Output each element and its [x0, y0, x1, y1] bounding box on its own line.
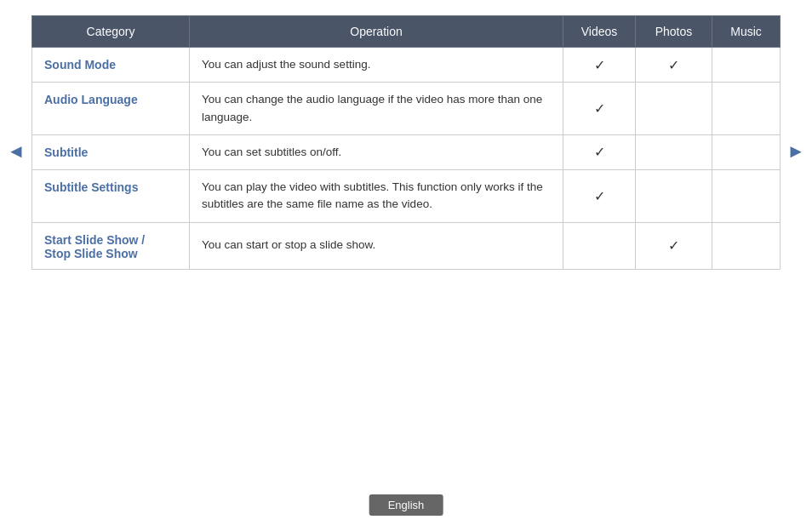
cell-videos-1: ✓: [563, 83, 636, 135]
cell-photos-0: ✓: [636, 48, 712, 83]
checkmark-videos-2: ✓: [594, 145, 605, 159]
nav-arrow-right[interactable]: ►: [786, 140, 805, 163]
cell-videos-0: ✓: [563, 48, 636, 83]
header-operation: Operation: [190, 16, 563, 48]
cell-category-4: Start Slide Show /Stop Slide Show: [32, 222, 190, 269]
cell-music-2: [712, 134, 781, 169]
table-row: SubtitleYou can set subtitles on/off.✓: [32, 134, 781, 169]
header-music: Music: [712, 16, 781, 48]
checkmark-videos-1: ✓: [594, 101, 605, 116]
table-row: Start Slide Show /Stop Slide ShowYou can…: [32, 222, 781, 269]
cell-photos-2: [636, 134, 712, 169]
checkmark-photos-0: ✓: [668, 58, 679, 72]
table-row: Subtitle SettingsYou can play the video …: [32, 170, 781, 223]
table-header-row: Category Operation Videos Photos Music: [32, 16, 781, 48]
cell-music-3: [712, 170, 781, 223]
cell-operation-2: You can set subtitles on/off.: [190, 134, 563, 169]
header-category: Category: [32, 16, 190, 48]
cell-photos-1: [636, 83, 712, 135]
cell-music-4: [712, 222, 781, 269]
cell-videos-3: ✓: [563, 170, 636, 223]
table-body: Sound ModeYou can adjust the sound setti…: [32, 48, 781, 270]
cell-music-1: [712, 83, 781, 135]
page-wrapper: ◄ ► Category Operation Videos Photos Mus…: [0, 0, 812, 531]
feature-table: Category Operation Videos Photos Music S…: [31, 15, 781, 270]
footer-language: English: [369, 494, 443, 516]
checkmark-photos-4: ✓: [668, 238, 679, 253]
cell-operation-0: You can adjust the sound setting.: [190, 48, 563, 83]
header-videos: Videos: [563, 16, 636, 48]
cell-photos-3: [636, 170, 712, 223]
cell-category-2: Subtitle: [32, 134, 190, 169]
cell-videos-2: ✓: [563, 134, 636, 169]
cell-music-0: [712, 48, 781, 83]
cell-category-1: Audio Language: [32, 83, 190, 135]
checkmark-videos-0: ✓: [594, 58, 605, 72]
cell-videos-4: [563, 222, 636, 269]
table-row: Audio LanguageYou can change the audio l…: [32, 83, 781, 135]
header-photos: Photos: [636, 16, 712, 48]
cell-operation-4: You can start or stop a slide show.: [190, 222, 563, 269]
checkmark-videos-3: ✓: [594, 189, 605, 203]
table-container: Category Operation Videos Photos Music S…: [31, 15, 781, 270]
cell-operation-1: You can change the audio language if the…: [190, 83, 563, 135]
cell-photos-4: ✓: [636, 222, 712, 269]
cell-category-3: Subtitle Settings: [32, 170, 190, 223]
table-row: Sound ModeYou can adjust the sound setti…: [32, 48, 781, 83]
cell-category-0: Sound Mode: [32, 48, 190, 83]
nav-arrow-left[interactable]: ◄: [7, 140, 26, 163]
cell-operation-3: You can play the video with subtitles. T…: [190, 170, 563, 223]
